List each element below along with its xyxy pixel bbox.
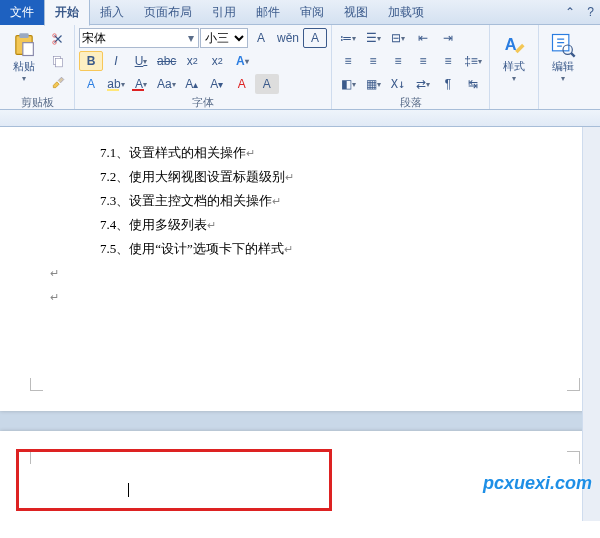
paste-label: 粘贴 [13,59,35,74]
tab-review[interactable]: 审阅 [290,0,334,25]
svg-rect-2 [23,43,34,56]
paragraph-mark-icon: ↵ [50,291,59,303]
paragraph-mark-icon: ↵ [50,267,59,279]
editing-button[interactable]: 编辑 ▾ [543,27,583,87]
tab-view[interactable]: 视图 [334,0,378,25]
grow-font-button-2[interactable]: A▴ [180,74,204,94]
align-left-button[interactable]: ≡ [336,51,360,71]
doc-line[interactable]: 7.2、使用大纲视图设置标题级别↵ [100,165,580,189]
text-cursor [128,483,129,497]
svg-rect-6 [56,59,63,67]
tabs-button[interactable]: ↹ [461,74,485,94]
enclose-char-button[interactable]: A [230,74,254,94]
highlight-button[interactable]: ab▾ [104,74,128,94]
doc-line[interactable]: 7.4、使用多级列表↵ [100,213,580,237]
justify-button[interactable]: ≡ [411,51,435,71]
subscript-button[interactable]: x2 [180,51,204,71]
underline-button[interactable]: U▾ [129,51,153,71]
asian-layout-button[interactable]: ⇄▾ [411,74,435,94]
bullets-button[interactable]: ≔▾ [336,28,360,48]
char-shading-button[interactable]: A [255,74,279,94]
paragraph-mark-icon: ↵ [246,147,255,159]
strikethrough-button[interactable]: abc [154,51,179,71]
text-effects-button[interactable]: A▾ [230,51,254,71]
paste-button[interactable]: 粘贴 ▾ [4,27,44,87]
ruler[interactable] [0,110,600,127]
group-styles: A 样式 ▾ [490,25,539,109]
tab-references[interactable]: 引用 [202,0,246,25]
chevron-down-icon: ▾ [512,74,516,83]
distribute-button[interactable]: ≡ [436,51,460,71]
tab-addins[interactable]: 加载项 [378,0,434,25]
doc-line[interactable]: 7.5、使用“设计”选项卡下的样式↵ [100,237,580,261]
paragraph-mark-icon: ↵ [284,243,293,255]
decrease-indent-button[interactable]: ⇤ [411,28,435,48]
increase-indent-button[interactable]: ⇥ [436,28,460,48]
cut-button[interactable] [46,29,70,49]
styles-label: 样式 [503,59,525,74]
minimize-ribbon-icon[interactable]: ⌃ [559,5,581,19]
copy-button[interactable] [46,51,70,71]
line-spacing-button[interactable]: ‡≡▾ [461,51,485,71]
clear-format-button[interactable]: A [79,74,103,94]
tab-page-layout[interactable]: 页面布局 [134,0,202,25]
vertical-scrollbar[interactable] [582,127,600,521]
tab-bar: 文件 开始 插入 页面布局 引用 邮件 审阅 视图 加载项 ⌃ ? [0,0,600,25]
shrink-font-button[interactable]: A▾ [205,74,229,94]
tab-mail[interactable]: 邮件 [246,0,290,25]
brush-icon [51,76,65,90]
group-paragraph-label: 段落 [336,95,485,109]
page-1[interactable]: 7.1、设置样式的相关操作↵ 7.2、使用大纲视图设置标题级别↵ 7.3、设置主… [0,127,582,411]
paragraph-mark-icon: ↵ [207,219,216,231]
paragraph-mark-icon: ↵ [272,195,281,207]
show-marks-button[interactable]: ¶ [436,74,460,94]
editing-label: 编辑 [552,59,574,74]
highlight-box [16,449,332,511]
styles-button[interactable]: A 样式 ▾ [494,27,534,87]
font-size-combo[interactable]: 小三 [200,28,248,48]
corner-mark-icon [567,378,580,391]
bold-button[interactable]: B [79,51,103,71]
doc-line[interactable]: ↵ [50,285,580,309]
align-right-button[interactable]: ≡ [386,51,410,71]
group-paragraph: ≔▾ ☰▾ ⊟▾ ⇤ ⇥ ≡ ≡ ≡ ≡ ≡ ‡≡▾ ◧▾ ▦▾ X [332,25,490,109]
format-painter-button[interactable] [46,73,70,93]
multilevel-list-button[interactable]: ⊟▾ [386,28,410,48]
align-center-button[interactable]: ≡ [361,51,385,71]
tab-insert[interactable]: 插入 [90,0,134,25]
doc-line[interactable]: ↵ [50,261,580,285]
numbering-button[interactable]: ☰▾ [361,28,385,48]
group-editing: 编辑 ▾ [539,25,587,109]
svg-rect-1 [19,33,28,38]
phonetic-guide-button[interactable]: Aa▾ [154,74,179,94]
font-name-input[interactable] [80,31,184,45]
tab-file[interactable]: 文件 [0,0,44,25]
help-icon[interactable]: ? [581,5,600,19]
document-area[interactable]: 7.1、设置样式的相关操作↵ 7.2、使用大纲视图设置标题级别↵ 7.3、设置主… [0,127,582,521]
doc-line[interactable]: 7.1、设置样式的相关操作↵ [100,141,580,165]
copy-icon [51,54,65,68]
group-editing-label [543,95,583,109]
change-case-button[interactable]: wěn [274,28,302,48]
char-border-button[interactable]: A [303,28,327,48]
borders-button[interactable]: ▦▾ [361,74,385,94]
ribbon: 粘贴 ▾ 剪贴板 ▾ 小三 A wěn [0,25,600,110]
doc-line[interactable]: 7.3、设置主控文档的相关操作↵ [100,189,580,213]
italic-button[interactable]: I [104,51,128,71]
watermark: pcxuexi.com [483,473,592,494]
cut-icon [51,32,65,46]
tab-home[interactable]: 开始 [44,0,90,26]
corner-mark-icon [567,451,580,464]
shading-button[interactable]: ◧▾ [336,74,360,94]
font-name-combo[interactable]: ▾ [79,28,199,48]
font-color-button[interactable]: A▾ [129,74,153,94]
group-styles-label [494,95,534,109]
superscript-button[interactable]: x2 [205,51,229,71]
group-clipboard-label: 剪贴板 [4,95,70,109]
chevron-down-icon[interactable]: ▾ [184,31,198,45]
grow-font-button[interactable]: A [249,28,273,48]
paragraph-mark-icon: ↵ [285,171,294,183]
chevron-down-icon: ▾ [561,74,565,83]
sort-button[interactable]: X↓ [386,74,410,94]
styles-icon: A [500,31,528,59]
